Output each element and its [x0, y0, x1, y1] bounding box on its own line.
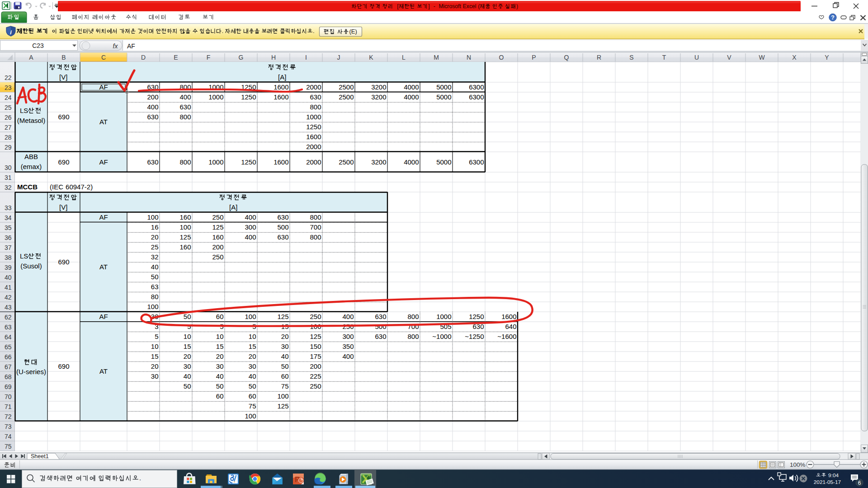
svg-text:E: E — [174, 54, 178, 61]
svg-text:6300: 6300 — [469, 83, 484, 91]
svg-text:50: 50 — [281, 362, 289, 370]
svg-text:2500: 2500 — [339, 93, 354, 101]
svg-text:65: 65 — [5, 343, 12, 351]
svg-text:74: 74 — [5, 433, 12, 440]
svg-text:630: 630 — [277, 213, 288, 221]
svg-text:630: 630 — [310, 93, 321, 101]
svg-text:800: 800 — [179, 113, 191, 121]
svg-text:50: 50 — [151, 273, 159, 281]
svg-text:160: 160 — [179, 243, 191, 251]
svg-text:67: 67 — [5, 363, 12, 371]
svg-text:100%: 100% — [790, 461, 806, 468]
svg-text:~1600: ~1600 — [497, 333, 516, 340]
svg-text:B: B — [61, 54, 66, 61]
svg-text:30: 30 — [281, 343, 289, 350]
svg-text:34: 34 — [5, 214, 12, 221]
svg-text:AF: AF — [99, 213, 108, 221]
svg-text:15: 15 — [151, 352, 159, 360]
svg-text:1250: 1250 — [241, 93, 256, 101]
svg-text:36: 36 — [5, 234, 12, 241]
svg-text:Sheet1: Sheet1 — [31, 453, 49, 460]
svg-text:300: 300 — [342, 333, 354, 340]
svg-text:125: 125 — [310, 333, 321, 340]
svg-text:20: 20 — [249, 352, 256, 360]
svg-text:25: 25 — [151, 243, 159, 251]
svg-text:800: 800 — [310, 213, 321, 221]
svg-text:200: 200 — [147, 93, 158, 101]
svg-text:26: 26 — [5, 114, 12, 121]
svg-text:(U-series): (U-series) — [16, 368, 46, 375]
svg-text:N: N — [467, 54, 471, 61]
svg-text:225: 225 — [310, 372, 321, 380]
svg-text:W: W — [759, 54, 765, 61]
svg-text:1250: 1250 — [469, 313, 484, 320]
svg-text:K: K — [369, 54, 373, 61]
svg-text:50: 50 — [184, 382, 191, 390]
svg-text:39: 39 — [5, 264, 12, 271]
svg-text:(emax): (emax) — [21, 163, 42, 170]
svg-text:(Susol): (Susol) — [20, 262, 42, 270]
svg-text:690: 690 — [58, 258, 69, 266]
svg-text:20: 20 — [281, 333, 289, 340]
svg-text:2000: 2000 — [306, 158, 321, 166]
svg-text:27: 27 — [5, 124, 12, 131]
svg-text:300: 300 — [245, 223, 256, 231]
svg-text:400: 400 — [245, 213, 256, 221]
svg-text:40: 40 — [184, 372, 191, 380]
svg-text:100: 100 — [179, 223, 191, 231]
svg-text:400: 400 — [342, 313, 354, 320]
svg-text:630: 630 — [375, 313, 386, 320]
svg-text:250: 250 — [310, 313, 321, 320]
svg-text:630: 630 — [375, 333, 386, 340]
svg-text:33: 33 — [5, 204, 12, 211]
svg-text:800: 800 — [407, 333, 419, 340]
svg-text:40: 40 — [249, 372, 256, 380]
svg-text:U: U — [694, 54, 699, 61]
svg-text:L: L — [402, 54, 406, 61]
svg-text:60: 60 — [249, 392, 256, 400]
svg-text:50: 50 — [249, 382, 256, 390]
svg-text:X: X — [792, 54, 797, 61]
svg-text:690: 690 — [58, 362, 69, 370]
svg-text:72: 72 — [5, 413, 12, 420]
svg-text:100: 100 — [147, 303, 158, 310]
svg-text:160: 160 — [212, 233, 223, 241]
svg-text:AF: AF — [99, 158, 108, 166]
svg-text:~1250: ~1250 — [465, 333, 484, 340]
svg-text:70: 70 — [5, 393, 12, 400]
svg-text:15: 15 — [184, 343, 191, 350]
svg-text:ABB: ABB — [24, 153, 38, 160]
svg-text:fx: fx — [113, 42, 118, 50]
svg-text:125: 125 — [277, 313, 288, 320]
svg-text:125: 125 — [212, 223, 223, 231]
svg-text:A: A — [29, 54, 33, 61]
svg-text:1000: 1000 — [208, 158, 223, 166]
svg-text:24: 24 — [5, 94, 12, 101]
svg-text:25: 25 — [5, 104, 12, 111]
svg-text:350: 350 — [342, 343, 354, 350]
svg-text:500: 500 — [375, 323, 386, 330]
svg-text:F: F — [207, 54, 211, 61]
svg-text:10: 10 — [151, 343, 159, 350]
svg-text:): ) — [516, 3, 518, 9]
svg-text:1600: 1600 — [306, 133, 321, 141]
svg-text:60: 60 — [216, 313, 224, 320]
svg-text:M: M — [434, 54, 439, 61]
svg-text:4000: 4000 — [404, 158, 419, 166]
svg-text:1250: 1250 — [306, 123, 321, 131]
svg-text:50: 50 — [184, 313, 191, 320]
svg-text:6300: 6300 — [469, 158, 484, 166]
svg-text:(E): (E) — [349, 28, 357, 35]
svg-text:LS: LS — [20, 252, 28, 260]
svg-text:400: 400 — [245, 233, 256, 241]
svg-text:630: 630 — [147, 113, 158, 121]
svg-text:125: 125 — [277, 402, 288, 410]
svg-text:100: 100 — [245, 313, 256, 320]
svg-text:20: 20 — [151, 233, 159, 241]
svg-text:H: H — [271, 54, 276, 61]
svg-text:P: P — [532, 54, 536, 61]
svg-text:200: 200 — [310, 362, 321, 370]
svg-text:40: 40 — [281, 352, 289, 360]
svg-text:AT: AT — [99, 367, 108, 375]
svg-text:3200: 3200 — [371, 158, 386, 166]
